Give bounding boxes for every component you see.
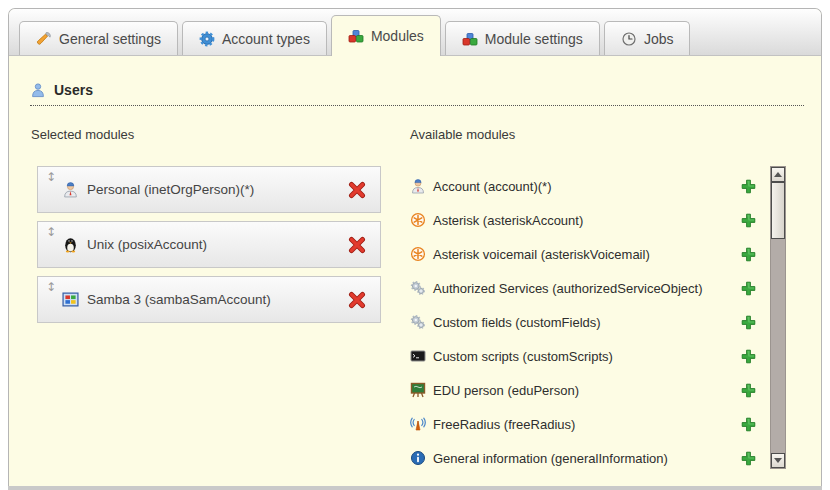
available-module-row: Asterisk voicemail (asteriskVoicemail) xyxy=(410,239,756,269)
gears-icon xyxy=(410,314,426,330)
available-module-row: Asterisk (asteriskAccount) xyxy=(410,205,756,235)
available-module-label: EDU person (eduPerson) xyxy=(433,383,579,398)
available-module-label: General information (generalInformation) xyxy=(433,451,668,466)
users-section-heading: Users xyxy=(30,82,804,106)
add-module-icon[interactable] xyxy=(741,349,756,364)
remove-module-icon[interactable] xyxy=(348,291,366,309)
add-module-icon[interactable] xyxy=(741,179,756,194)
tab-general-settings[interactable]: General settings xyxy=(19,21,178,55)
selected-modules-heading: Selected modules xyxy=(31,127,134,142)
add-module-icon[interactable] xyxy=(741,281,756,296)
triangle-down-icon xyxy=(774,458,782,463)
user-icon xyxy=(30,82,46,98)
gears-icon xyxy=(410,280,426,296)
add-module-icon[interactable] xyxy=(741,213,756,228)
info-icon xyxy=(410,450,426,466)
selected-module-row[interactable]: ↕ Personal (inetOrgPerson)(*) xyxy=(37,166,381,213)
tab-module-settings[interactable]: Module settings xyxy=(445,21,600,55)
add-module-icon[interactable] xyxy=(741,383,756,398)
available-module-row: Account (account)(*) xyxy=(410,171,756,201)
scroll-down-button[interactable] xyxy=(771,453,785,468)
chalkboard-icon xyxy=(410,382,426,398)
remove-module-icon[interactable] xyxy=(348,236,366,254)
available-module-label: Asterisk (asteriskAccount) xyxy=(433,213,583,228)
scrollbar-thumb[interactable] xyxy=(771,182,785,239)
person-icon xyxy=(62,181,79,198)
available-modules-heading: Available modules xyxy=(410,127,515,142)
tab-bar: General settings Account types Modules M… xyxy=(9,9,821,56)
asterisk-icon xyxy=(410,212,426,228)
modules-icon xyxy=(348,28,364,44)
tab-label: Jobs xyxy=(644,31,674,47)
remove-module-icon[interactable] xyxy=(348,181,366,199)
selected-module-row[interactable]: ↕ Samba 3 (sambaSamAccount) xyxy=(37,276,381,323)
selected-module-label: Unix (posixAccount) xyxy=(87,237,207,252)
available-module-label: FreeRadius (freeRadius) xyxy=(433,417,575,432)
add-module-icon[interactable] xyxy=(741,247,756,262)
settings-panel: General settings Account types Modules M… xyxy=(8,8,822,486)
tab-label: General settings xyxy=(59,31,161,47)
available-module-label: Custom scripts (customScripts) xyxy=(433,349,613,364)
clock-icon xyxy=(621,31,637,47)
tab-label: Modules xyxy=(371,28,424,44)
tab-label: Module settings xyxy=(485,31,583,47)
section-title: Users xyxy=(54,82,93,98)
available-module-row: FreeRadius (freeRadius) xyxy=(410,409,756,439)
tux-icon xyxy=(62,236,79,253)
tab-label: Account types xyxy=(222,31,310,47)
drag-handle-icon[interactable]: ↕ xyxy=(46,226,56,238)
person-icon xyxy=(410,178,426,194)
wrench-icon xyxy=(36,31,52,47)
add-module-icon[interactable] xyxy=(741,315,756,330)
available-module-row: Custom scripts (customScripts) xyxy=(410,341,756,371)
drag-handle-icon[interactable]: ↕ xyxy=(46,171,56,183)
tab-jobs[interactable]: Jobs xyxy=(604,21,691,55)
available-module-row: General information (generalInformation) xyxy=(410,443,756,473)
terminal-icon xyxy=(410,348,426,364)
tab-account-types[interactable]: Account types xyxy=(182,21,327,55)
drag-handle-icon[interactable]: ↕ xyxy=(46,281,56,293)
available-module-label: Account (account)(*) xyxy=(433,179,552,194)
windows-icon xyxy=(62,291,79,308)
triangle-up-icon xyxy=(774,172,782,177)
selected-module-row[interactable]: ↕ Unix (posixAccount) xyxy=(37,221,381,268)
available-module-label: Custom fields (customFields) xyxy=(433,315,601,330)
tab-modules[interactable]: Modules xyxy=(331,15,441,56)
scroll-up-button[interactable] xyxy=(771,167,785,182)
available-module-row: EDU person (eduPerson) xyxy=(410,375,756,405)
available-modules-scrollbar[interactable] xyxy=(770,166,786,469)
available-module-row: Authorized Services (authorizedServiceOb… xyxy=(410,273,756,303)
lam-configuration-window: General settings Account types Modules M… xyxy=(0,0,830,490)
add-module-icon[interactable] xyxy=(741,451,756,466)
panel-bottom-edge xyxy=(8,486,822,490)
available-module-label: Authorized Services (authorizedServiceOb… xyxy=(433,281,703,296)
modules-content: Users Selected modules Available modules… xyxy=(9,56,821,486)
add-module-icon[interactable] xyxy=(741,417,756,432)
antenna-icon xyxy=(410,416,426,432)
gear-icon xyxy=(199,31,215,47)
asterisk-icon xyxy=(410,246,426,262)
selected-module-label: Samba 3 (sambaSamAccount) xyxy=(87,292,271,307)
selected-module-label: Personal (inetOrgPerson)(*) xyxy=(87,182,254,197)
available-module-label: Asterisk voicemail (asteriskVoicemail) xyxy=(433,247,650,262)
available-module-row: Custom fields (customFields) xyxy=(410,307,756,337)
modules-icon xyxy=(462,31,478,47)
